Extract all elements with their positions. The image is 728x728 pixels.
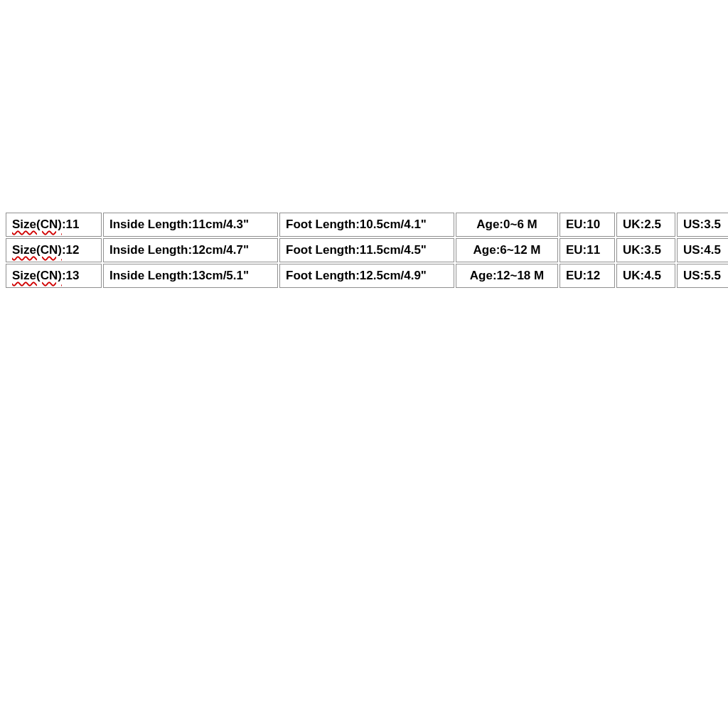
cell-size-cn: Size(CN):11 — [6, 213, 102, 237]
cell-age: Age:6~12 M — [456, 238, 558, 262]
cell-us: US:3.5 — [677, 213, 728, 237]
cell-eu: EU:11 — [560, 238, 615, 262]
cell-size-cn: Size(CN):12 — [6, 238, 102, 262]
cell-eu: EU:10 — [560, 213, 615, 237]
cell-us: US:5.5 — [677, 264, 728, 288]
cell-foot-length: Foot Length:12.5cm/4.9" — [279, 264, 454, 288]
cell-eu: EU:12 — [560, 264, 615, 288]
table-row: Size(CN):12 Inside Length:12cm/4.7" Foot… — [6, 238, 728, 262]
label-size-cn: Size(CN) — [12, 243, 62, 257]
cell-foot-length: Foot Length:11.5cm/4.5" — [279, 238, 454, 262]
label-size-cn: Size(CN) — [12, 269, 62, 282]
cell-inside-length: Inside Length:11cm/4.3" — [103, 213, 278, 237]
value-size-cn-num: 11 — [66, 218, 80, 231]
value-size-cn-num: 13 — [66, 269, 80, 282]
cell-age: Age:12~18 M — [456, 264, 558, 288]
value-size-cn-num: 12 — [66, 243, 80, 257]
size-table: Size(CN):11 Inside Length:11cm/4.3" Foot… — [4, 211, 728, 289]
cell-size-cn: Size(CN):13 — [6, 264, 102, 288]
cell-us: US:4.5 — [677, 238, 728, 262]
cell-uk: UK:4.5 — [616, 264, 675, 288]
cell-uk: UK:3.5 — [616, 238, 675, 262]
cell-foot-length: Foot Length:10.5cm/4.1" — [279, 213, 454, 237]
cell-inside-length: Inside Length:12cm/4.7" — [103, 238, 278, 262]
cell-age: Age:0~6 M — [456, 213, 558, 237]
cell-uk: UK:2.5 — [616, 213, 675, 237]
table-row: Size(CN):13 Inside Length:13cm/5.1" Foot… — [6, 264, 728, 288]
size-table-wrapper: Size(CN):11 Inside Length:11cm/4.3" Foot… — [4, 211, 724, 289]
cell-inside-length: Inside Length:13cm/5.1" — [103, 264, 278, 288]
label-size-cn: Size(CN) — [12, 218, 62, 231]
table-row: Size(CN):11 Inside Length:11cm/4.3" Foot… — [6, 213, 728, 237]
